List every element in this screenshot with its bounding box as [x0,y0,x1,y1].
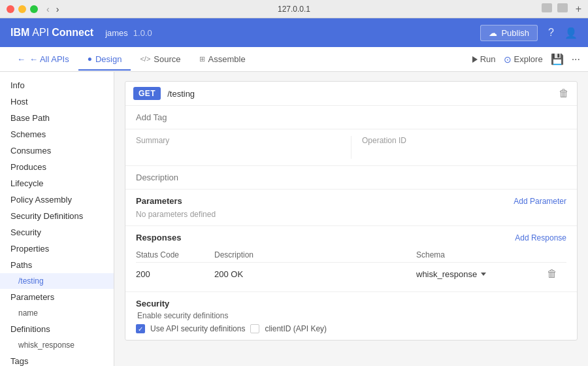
publish-label: Publish [501,28,529,38]
explore-button[interactable]: ⊙ Explore [504,54,543,65]
sidebar-item-security[interactable]: Security [0,224,114,241]
sidebar-item-tags[interactable]: Tags [0,353,114,366]
col-header-status: Status Code [136,250,214,259]
security-sub-label: Enable security definitions [137,311,566,320]
source-tab-label: Source [154,54,180,64]
response-schema[interactable]: whisk_response [416,269,547,279]
window-fullscreen-button[interactable] [557,3,568,12]
security-title: Security [136,299,566,308]
operation-id-label: Operation ID [362,136,566,145]
sidebar-item-whisk-response[interactable]: whisk_response [0,337,114,353]
client-id-label: clientID (API Key) [265,324,327,333]
sidebar-item-properties[interactable]: Properties [0,241,114,257]
assemble-tab-label: Assemble [208,54,246,64]
assemble-icon: ⊞ [199,55,205,63]
new-tab-button[interactable]: + [576,3,581,15]
sidebar-item-testing[interactable]: /testing [0,273,114,289]
use-api-security-checkbox[interactable] [136,324,145,333]
path-url[interactable]: /testing [167,89,552,99]
summary-operation-section: Summary Operation ID [125,129,577,166]
design-icon: ● [88,54,92,63]
client-id-checkbox[interactable] [250,324,259,333]
response-status: 200 [136,269,214,279]
cloud-upload-icon: ☁ [489,28,497,38]
main-layout: Info Host Base Path Schemes Consumes Pro… [0,72,588,366]
tab-assemble[interactable]: ⊞ Assemble [190,49,255,71]
all-apis-tab[interactable]: ← ← All APIs [8,49,78,69]
nav-tabs-left: ← ← All APIs ● Design </> Source ⊞ Assem… [8,49,255,70]
sidebar-item-security-definitions[interactable]: Security Definitions [0,208,114,224]
col-header-action [547,250,566,259]
sidebar-item-definitions[interactable]: Definitions [0,321,114,337]
summary-col: Summary [136,136,340,159]
more-options-button[interactable]: ··· [572,54,580,65]
sidebar-item-schemes[interactable]: Schemes [0,126,114,142]
window-title: 127.0.0.1 [278,5,310,14]
brand-api: API [32,27,49,39]
sidebar-item-policy-assembly[interactable]: Policy Assembly [0,191,114,208]
brand-connect: Connect [52,27,93,39]
brand-ibm: IBM [10,27,29,39]
description-input[interactable] [136,173,566,182]
window-chrome: ‹ › 127.0.0.1 + [0,0,588,18]
responses-section: Responses Add Response Status Code Descr… [125,226,577,292]
minimize-button[interactable] [18,5,26,13]
publish-button[interactable]: ☁ Publish [480,25,538,41]
response-col-headers: Status Code Description Schema [136,248,566,263]
design-tab-label: Design [95,54,122,64]
sidebar-item-produces[interactable]: Produces [0,159,114,175]
sidebar-item-parameters[interactable]: Parameters [0,289,114,305]
parameters-header: Parameters Add Parameter [136,196,566,206]
explore-label: Explore [514,54,543,64]
save-button[interactable]: 💾 [551,53,564,65]
brand: IBM API Connect [10,27,93,39]
summary-input[interactable] [136,149,340,159]
table-row: 200 200 OK whisk_response 🗑 [136,263,566,285]
content-area: GET /testing 🗑 Summary Operation ID [114,72,588,366]
add-tag-input[interactable] [136,112,566,122]
user-name: james [105,28,128,38]
close-button[interactable] [7,5,14,13]
security-section: Security Enable security definitions Use… [125,292,577,340]
delete-path-button[interactable]: 🗑 [559,88,569,99]
add-parameter-link[interactable]: Add Parameter [514,197,566,206]
nav-actions-right: Run ⊙ Explore 💾 ··· [472,53,580,65]
sidebar-item-host[interactable]: Host [0,93,114,110]
operation-id-col: Operation ID [351,136,566,159]
run-icon [472,56,478,63]
add-response-link[interactable]: Add Response [515,233,566,242]
help-icon[interactable]: ? [548,27,554,39]
delete-response-button[interactable]: 🗑 [547,268,566,280]
maximize-button[interactable] [30,5,38,13]
method-badge: GET [133,87,161,100]
col-header-desc: Description [214,250,416,259]
col-header-schema: Schema [416,250,547,259]
schema-dropdown-arrow[interactable] [481,273,486,276]
user-avatar-icon[interactable]: 👤 [564,27,578,39]
tab-source[interactable]: </> Source [131,49,189,71]
back-button[interactable]: ‹ [44,4,52,14]
window-actions: + [542,3,581,15]
sidebar-item-name[interactable]: name [0,305,114,321]
sidebar-item-lifecycle[interactable]: Lifecycle [0,175,114,191]
response-description: 200 OK [214,269,416,279]
sidebar-item-paths[interactable]: Paths [0,257,114,273]
add-tag-section [125,106,577,129]
window-share-button[interactable] [542,3,552,12]
operation-id-input[interactable] [362,149,566,159]
topbar-right: ☁ Publish ? 👤 [480,25,578,41]
tab-design[interactable]: ● Design [78,49,131,71]
run-button[interactable]: Run [472,54,496,64]
api-version: 1.0.0 [133,28,152,38]
path-card: GET /testing 🗑 Summary Operation ID [125,81,578,341]
traffic-lights [7,5,38,13]
explore-icon: ⊙ [504,54,512,65]
secondary-nav: ← ← All APIs ● Design </> Source ⊞ Assem… [0,47,588,72]
no-params-text: No parameters defined [136,210,566,219]
use-api-security-label: Use API security definitions [150,324,245,333]
sidebar-item-consumes[interactable]: Consumes [0,142,114,159]
sidebar-item-info[interactable]: Info [0,77,114,93]
sidebar-item-base-path[interactable]: Base Path [0,110,114,126]
forward-button[interactable]: › [54,4,61,14]
security-checkbox-row: Use API security definitions clientID (A… [136,324,566,333]
